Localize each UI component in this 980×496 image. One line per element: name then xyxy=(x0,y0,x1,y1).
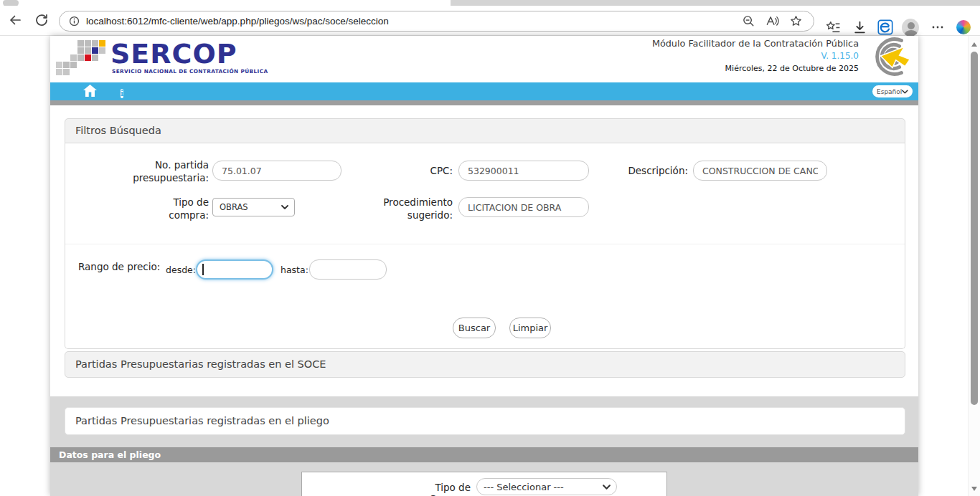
tipo-compra-select[interactable]: OBRAS xyxy=(212,198,295,216)
copilot-ball-icon xyxy=(956,20,971,34)
tipo-compra-pliego-value: --- Seleccionar --- xyxy=(484,482,564,492)
avatar-icon xyxy=(902,19,919,37)
soce-section-header[interactable]: Partidas Presupuestarias registradas en … xyxy=(65,351,905,378)
pliego-zone: Partidas Presupuestarias registradas en … xyxy=(50,396,918,496)
tipo-compra-label: Tipo de compra: xyxy=(87,196,209,221)
partida-label-line2: presupuestaria: xyxy=(87,171,209,184)
address-bar[interactable]: localhost:6012/mfc-cliente/web/app.php/p… xyxy=(59,11,814,32)
home-button[interactable] xyxy=(83,85,97,100)
filters-section-header[interactable]: Filtros Búsqueda xyxy=(65,118,905,143)
app-container: SERCOP SERVICIO NACIONAL DE CONTRATACIÓN… xyxy=(50,36,918,496)
chevron-down-icon xyxy=(281,205,288,209)
read-aloud-icon[interactable] xyxy=(765,14,779,29)
hasta-label: hasta: xyxy=(281,264,308,275)
hasta-input[interactable] xyxy=(309,259,387,280)
url-text[interactable]: localhost:6012/mfc-cliente/web/app.php/p… xyxy=(86,16,741,27)
browser-window: localhost:6012/mfc-cliente/web/app.php/p… xyxy=(0,0,980,496)
favorites-bar-icon[interactable] xyxy=(824,19,842,36)
info-icon: i xyxy=(121,89,123,98)
limpiar-button[interactable]: Limpiar xyxy=(509,318,551,338)
module-version: V. 1.15.0 xyxy=(652,50,859,62)
brand-name: SERCOP xyxy=(110,38,237,70)
refresh-button[interactable] xyxy=(33,12,50,29)
tipo-compra-pliego-select[interactable]: --- Seleccionar --- xyxy=(476,478,617,495)
scroll-up-arrow[interactable] xyxy=(971,42,977,47)
profile-avatar[interactable] xyxy=(902,19,919,36)
tipo-compra-selected-value: OBRAS xyxy=(220,202,248,212)
back-icon xyxy=(8,13,22,27)
scroll-thumb[interactable] xyxy=(971,52,978,405)
tipo-compra-pliego-label: Tipo de Compra: xyxy=(394,482,471,496)
pliego-section-header[interactable]: Partidas Presupuestarias registradas en … xyxy=(65,407,905,435)
procedimiento-label: Procedimiento sugerido: xyxy=(338,196,453,221)
descripcion-input[interactable] xyxy=(693,161,827,181)
desde-input[interactable] xyxy=(196,259,273,280)
info-button[interactable]: i xyxy=(121,85,123,99)
favorite-star-icon[interactable] xyxy=(788,14,803,29)
tipo-compra-label-line2: compra: xyxy=(87,209,209,221)
downloads-icon[interactable] xyxy=(851,19,868,36)
tab-strip xyxy=(451,0,980,6)
tipo-compra-label-line1: Tipo de xyxy=(87,196,209,209)
copilot-icon[interactable] xyxy=(955,19,972,36)
module-title: Módulo Facilitador de la Contratación Pú… xyxy=(652,38,859,49)
scroll-down-arrow[interactable] xyxy=(971,487,977,491)
more-options-icon[interactable] xyxy=(929,19,946,36)
cpc-label: CPC: xyxy=(381,161,453,181)
descripcion-label: Descripción: xyxy=(616,161,688,181)
module-header: Módulo Facilitador de la Contratación Pú… xyxy=(652,38,859,75)
text-caret xyxy=(202,264,204,275)
chevron-down-icon xyxy=(902,90,908,94)
sercop-logo-mosaic xyxy=(56,40,106,76)
scrollbar[interactable] xyxy=(968,36,980,496)
chevron-down-icon xyxy=(603,485,611,490)
zoom-out-icon[interactable] xyxy=(741,14,755,29)
procedimiento-input[interactable] xyxy=(458,197,589,217)
procedimiento-label-line1: Procedimiento xyxy=(338,196,453,209)
brand-subtitle: SERVICIO NACIONAL DE CONTRATACIÓN PÚBLIC… xyxy=(112,68,268,75)
ie-mode-icon[interactable] xyxy=(877,19,894,36)
main-navbar: i Español xyxy=(50,82,918,100)
datos-pliego-bar: Datos para el pliego xyxy=(50,447,918,462)
browser-toolbar: localhost:6012/mfc-cliente/web/app.php/p… xyxy=(0,6,980,36)
datos-pliego-form: Tipo de Compra: --- Seleccionar --- xyxy=(301,472,667,496)
cpc-input[interactable] xyxy=(458,161,589,181)
language-select[interactable]: Español xyxy=(872,85,913,97)
filters-form: No. partida presupuestaria: CPC: Descrip… xyxy=(65,143,905,349)
desde-label: desde: xyxy=(166,264,196,275)
navbar-shadow-strip xyxy=(50,100,918,105)
partida-label-line1: No. partida xyxy=(87,158,209,171)
module-date: Miércoles, 22 de Octubre de 2025 xyxy=(652,63,859,75)
back-button[interactable] xyxy=(6,12,24,29)
module-swirl-logo xyxy=(861,36,917,77)
buscar-button[interactable]: Buscar xyxy=(453,318,496,338)
language-value: Español xyxy=(877,88,902,95)
rango-precio-label: Rango de precio: xyxy=(78,261,160,272)
procedimiento-label-line2: sugerido: xyxy=(338,209,453,221)
site-info-icon[interactable] xyxy=(68,15,80,27)
partida-input[interactable] xyxy=(212,161,341,181)
form-divider xyxy=(65,244,905,244)
refresh-icon xyxy=(34,13,49,27)
home-icon xyxy=(83,85,97,97)
partida-label: No. partida presupuestaria: xyxy=(87,158,209,184)
